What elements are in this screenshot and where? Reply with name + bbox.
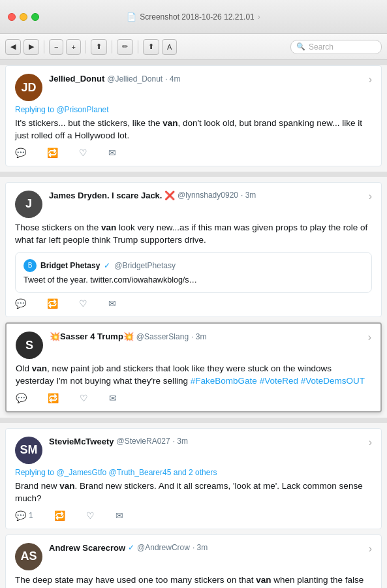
tweet-card: S 💥Sasser 4 Trump💥 @SasserSlang · 3m › O… [5, 322, 382, 412]
search-box[interactable]: 🔍 Search [290, 40, 382, 54]
avatar: SM [15, 437, 42, 464]
hashtag[interactable]: #VoteDemsOUT [301, 376, 365, 386]
zoom-in-button[interactable]: + [66, 39, 80, 55]
hashtag[interactable]: #FakeBombGate [191, 376, 257, 386]
tweet-actions: 💬 🔁 ♡ ✉ [16, 393, 371, 403]
tweets-list: JD Jellied_Donut @Jellied_Donut · 4m › R… [0, 65, 387, 588]
search-icon: 🔍 [296, 42, 305, 51]
content-area: JD Jellied_Donut @Jellied_Donut · 4m › R… [0, 65, 387, 588]
tweet-meta: Andrew Scarecrow✓ @AndrewCrow · 3m [49, 543, 369, 553]
name-row: Jellied_Donut @Jellied_Donut · 4m [49, 74, 369, 84]
name-row: Andrew Scarecrow✓ @AndrewCrow · 3m [49, 543, 369, 553]
hashtag[interactable]: #VoteRed [260, 376, 298, 386]
reply-button[interactable]: 💬 [15, 298, 26, 309]
retweet-icon: 🔁 [48, 393, 59, 403]
tweet-name: 💥Sasser 4 Trump💥 [50, 332, 134, 341]
avatar: JD [15, 74, 42, 101]
more-options-button[interactable]: › [368, 332, 371, 343]
retweet-icon: 🔁 [54, 510, 65, 521]
avatar: S [16, 332, 43, 359]
dm-button[interactable]: ✉ [116, 510, 123, 521]
tweet-actions: 💬 🔁 ♡ ✉ [15, 147, 372, 158]
reply-handles[interactable]: @_JamesGtfo @Truth_Bearer45 and 2 others [56, 468, 217, 477]
tweet-handle: @SasserSlang [136, 332, 189, 341]
more-options-button[interactable]: › [369, 543, 372, 555]
reply-button[interactable]: 💬 [16, 393, 27, 403]
tweet-name: Jellied_Donut [49, 74, 104, 84]
reply-icon: 💬 [15, 510, 26, 521]
tweet-actions: 💬 🔁 ♡ ✉ [15, 298, 372, 309]
reply-button[interactable]: 💬 [15, 147, 26, 158]
tweet-body: The deep state may have used one too man… [15, 574, 372, 588]
traffic-lights [8, 13, 39, 21]
section-divider [0, 172, 387, 177]
dm-button[interactable]: ✉ [108, 147, 116, 158]
quoted-tweet: B Bridget Phetasy ✓ @BridgetPhetasy Twee… [15, 252, 372, 294]
like-button[interactable]: ♡ [80, 393, 88, 403]
like-button[interactable]: ♡ [79, 147, 87, 158]
section-divider [0, 418, 387, 423]
quoted-body: Tweet of the year. twitter.com/iowahawkb… [23, 275, 364, 286]
nav-back-button[interactable]: ◀ [5, 39, 21, 55]
quoted-name: Bridget Phetasy [40, 261, 100, 270]
quoted-header: B Bridget Phetasy ✓ @BridgetPhetasy [23, 259, 364, 272]
close-button[interactable] [8, 13, 16, 21]
retweet-button[interactable]: 🔁 [47, 147, 58, 158]
retweet-button[interactable]: 🔁 [47, 298, 58, 309]
zoom-out-button[interactable]: − [49, 39, 63, 55]
reply-icon: 💬 [15, 298, 26, 309]
tweet-time: · 3m [241, 191, 256, 200]
zoom-in-icon: + [71, 43, 75, 51]
like-icon: ♡ [79, 298, 87, 309]
reply-to[interactable]: Replying to @PrisonPlanet [15, 105, 372, 114]
share-button[interactable]: ⬆ [91, 39, 107, 55]
reply-button[interactable]: 💬 1 [15, 510, 33, 521]
reply-handle[interactable]: @PrisonPlanet [56, 105, 108, 114]
tweet-meta: Jellied_Donut @Jellied_Donut · 4m [49, 74, 369, 84]
more-options-button[interactable]: › [369, 191, 372, 202]
tweet-header: SM StevieMcTweety @StevieRA027 · 3m › [15, 437, 372, 464]
tweet-handle: @lynnshady0920 [178, 191, 238, 200]
tweet-header: J James Dryden. I scare Jack. ❌ @lynnsha… [15, 191, 372, 218]
quoted-avatar: B [23, 259, 37, 272]
dm-button[interactable]: ✉ [108, 298, 116, 309]
annotate-button[interactable]: A [162, 39, 177, 55]
title-chevron: › [258, 12, 260, 22]
fullscreen-button[interactable] [31, 13, 39, 21]
reply-to[interactable]: Replying to @_JamesGtfo @Truth_Bearer45 … [15, 468, 372, 477]
more-options-button[interactable]: › [369, 437, 372, 448]
markup-button[interactable]: ✏ [117, 39, 133, 55]
like-button[interactable]: ♡ [79, 298, 87, 309]
avatar: J [15, 191, 42, 218]
more-options-button[interactable]: › [369, 74, 372, 85]
tweet-time: · 3m [193, 543, 208, 552]
annotate-icon: A [167, 43, 172, 51]
verified-icon: ✓ [104, 261, 110, 270]
tweet-name: James Dryden. I scare Jack. ❌ [49, 191, 175, 200]
like-icon: ♡ [79, 147, 87, 158]
name-row: James Dryden. I scare Jack. ❌ @lynnshady… [49, 191, 369, 200]
tweet-card: JD Jellied_Donut @Jellied_Donut · 4m › R… [5, 65, 382, 166]
tweet-time: · 3m [173, 437, 188, 446]
title-text: Screenshot 2018-10-26 12.21.01 [140, 12, 254, 22]
nav-forward-button[interactable]: ▶ [23, 39, 39, 55]
tweet-time: · 4m [165, 74, 180, 84]
dm-button[interactable]: ✉ [109, 393, 117, 403]
retweet-button[interactable]: 🔁 [48, 393, 59, 403]
tweet-meta: James Dryden. I scare Jack. ❌ @lynnshady… [49, 191, 369, 200]
retweet-button[interactable]: 🔁 [54, 510, 65, 521]
dm-icon: ✉ [108, 298, 116, 309]
nav-back-icon: ◀ [10, 42, 16, 51]
reply-icon: 💬 [15, 147, 26, 158]
toolbar: ◀ ▶ − + ⬆ ✏ ⬆ A 🔍 Search [0, 34, 387, 60]
dm-icon: ✉ [108, 147, 116, 158]
like-button[interactable]: ♡ [86, 510, 95, 521]
tweet-card: J James Dryden. I scare Jack. ❌ @lynnsha… [5, 182, 382, 317]
title-bar: 📄 Screenshot 2018-10-26 12.21.01 › [0, 0, 387, 34]
more-share-icon: ⬆ [148, 42, 154, 51]
tweet-header: AS Andrew Scarecrow✓ @AndrewCrow · 3m › [15, 543, 372, 570]
tweet-meta: 💥Sasser 4 Trump💥 @SasserSlang · 3m [50, 332, 368, 341]
minimize-button[interactable] [20, 13, 27, 21]
more-share-button[interactable]: ⬆ [143, 39, 159, 55]
name-row: StevieMcTweety @StevieRA027 · 3m [49, 437, 369, 446]
